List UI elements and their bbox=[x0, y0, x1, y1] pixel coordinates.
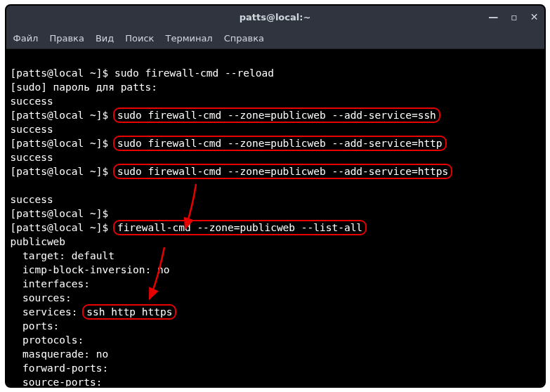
window-title: patts@local:~ bbox=[240, 12, 311, 22]
menubar: Файл Правка Вид Поиск Терминал Справка bbox=[6, 28, 544, 49]
window-controls: — ▫ ✕ bbox=[488, 6, 538, 28]
terminal-window: patts@local:~ — ▫ ✕ Файл Правка Вид Поис… bbox=[5, 4, 546, 388]
titlebar: patts@local:~ — ▫ ✕ bbox=[6, 6, 544, 28]
minimize-icon[interactable]: — bbox=[488, 11, 498, 22]
terminal-area[interactable]: [patts@local ~]$ sudo firewall-cmd --rel… bbox=[6, 49, 544, 386]
menu-view[interactable]: Вид bbox=[96, 33, 114, 44]
prompt: [patts@local ~]$ bbox=[11, 138, 114, 149]
prompt: [patts@local ~]$ bbox=[11, 222, 114, 233]
output-line: services: bbox=[11, 306, 84, 318]
menu-terminal[interactable]: Терминал bbox=[165, 33, 212, 44]
output-line: target: default bbox=[11, 250, 114, 261]
output-line: success bbox=[11, 96, 53, 107]
output-line: ports: bbox=[11, 320, 60, 332]
output-line: success bbox=[11, 152, 53, 163]
menu-file[interactable]: Файл bbox=[13, 33, 39, 44]
output-line: success bbox=[11, 194, 53, 205]
output-line: forward-ports: bbox=[11, 362, 109, 374]
output-line: sources: bbox=[11, 292, 72, 303]
prompt: [patts@local ~]$ bbox=[11, 110, 114, 121]
menu-help[interactable]: Справка bbox=[224, 33, 264, 44]
highlight-cmd-https: sudo firewall-cmd --zone=publicweb --add… bbox=[113, 164, 452, 179]
prompt: [patts@local ~]$ bbox=[11, 208, 114, 219]
output-line: publicweb bbox=[11, 236, 66, 247]
prompt: [patts@local ~]$ bbox=[11, 166, 114, 177]
menu-edit[interactable]: Правка bbox=[49, 33, 84, 44]
output-line: masquerade: no bbox=[11, 348, 109, 360]
prompt: [patts@local ~]$ bbox=[11, 67, 114, 79]
output-line: [sudo] пароль для patts: bbox=[11, 81, 158, 93]
maximize-icon[interactable]: ▫ bbox=[511, 11, 518, 22]
output-line: interfaces: bbox=[11, 278, 91, 289]
output-line: source-ports: bbox=[11, 377, 103, 386]
command: sudo firewall-cmd --reload bbox=[114, 67, 274, 79]
highlight-cmd-list: firewall-cmd --zone=publicweb --list-all bbox=[113, 220, 367, 235]
highlight-cmd-ssh: sudo firewall-cmd --zone=publicweb --add… bbox=[113, 107, 440, 123]
output-line: protocols: bbox=[11, 334, 84, 346]
highlight-cmd-http: sudo firewall-cmd --zone=publicweb --add… bbox=[113, 136, 447, 151]
output-line: icmp-block-inversion: no bbox=[11, 264, 170, 275]
highlight-services: ssh http https bbox=[82, 304, 176, 320]
menu-search[interactable]: Поиск bbox=[125, 33, 154, 44]
output-line: success bbox=[11, 124, 53, 135]
close-icon[interactable]: ✕ bbox=[530, 11, 539, 22]
